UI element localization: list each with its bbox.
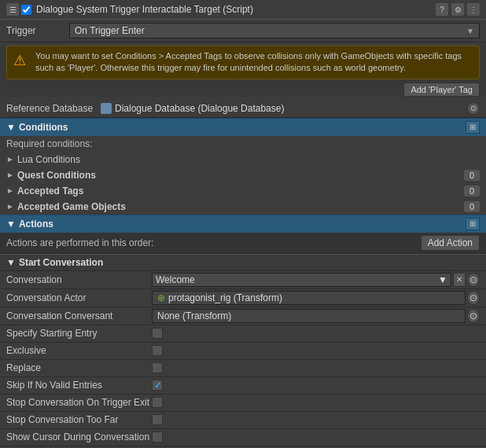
checkbox-3[interactable] bbox=[152, 328, 163, 339]
trigger-dropdown-arrow: ▼ bbox=[466, 27, 474, 35]
actions-expand-button[interactable]: ⊞ bbox=[466, 218, 480, 230]
actor-transform-value: protagonist_rig (Transform) bbox=[168, 292, 282, 303]
help-icon[interactable]: ? bbox=[436, 3, 448, 16]
quest-conditions-toggle[interactable]: ► bbox=[6, 171, 14, 179]
checkbox-value-6 bbox=[152, 380, 480, 391]
actions-title: ▼ Actions bbox=[6, 218, 53, 230]
checkbox-5[interactable] bbox=[152, 362, 163, 373]
settings-icon[interactable]: ⚙ bbox=[451, 3, 464, 16]
trigger-value: On Trigger Enter bbox=[75, 25, 145, 36]
checkbox-label-6: Skip If No Valid Entries bbox=[6, 380, 152, 391]
checkbox-9[interactable] bbox=[152, 431, 163, 442]
actions-toggle-arrow: ▼ bbox=[6, 218, 16, 230]
checkbox-label-4: Exclusive bbox=[6, 345, 152, 356]
ref-db-name: Dialogue Database (Dialogue Database) bbox=[115, 103, 284, 114]
conversation-actor-label: Conversation Actor bbox=[6, 292, 152, 303]
checkbox-value-8 bbox=[152, 414, 480, 425]
add-action-button[interactable]: Add Action bbox=[421, 235, 480, 251]
checkbox-4[interactable] bbox=[152, 345, 163, 356]
accepted-objects-label: Accepted Game Objects bbox=[17, 201, 464, 212]
checkbox-value-7 bbox=[152, 397, 480, 408]
checkbox-value-4 bbox=[152, 345, 480, 356]
conv-checkbox-row-8: Stop Conversation Too Far bbox=[0, 412, 486, 429]
accepted-tags-row: ► Accepted Tags 0 bbox=[0, 183, 486, 199]
window-title: Dialogue System Trigger Interactable Tar… bbox=[36, 4, 431, 15]
accepted-objects-count: 0 bbox=[464, 201, 480, 212]
quest-conditions-label: Quest Conditions bbox=[17, 170, 464, 181]
accepted-tags-label: Accepted Tags bbox=[17, 185, 464, 196]
conversation-conversant-value: None (Transform) ⊙ bbox=[152, 309, 480, 323]
actor-circle-button[interactable]: ⊙ bbox=[467, 291, 480, 305]
warning-box: ⚠ You may want to set Conditions > Accep… bbox=[6, 46, 480, 79]
ref-db-label: Reference Database bbox=[6, 103, 101, 114]
checkbox-label-5: Replace bbox=[6, 362, 152, 373]
conv-checkbox-row-3: Specify Starting Entry bbox=[0, 325, 486, 343]
conversation-actor-row: Conversation Actor ⊕ protagonist_rig (Tr… bbox=[0, 289, 486, 307]
checkbox-label-3: Specify Starting Entry bbox=[6, 328, 152, 339]
trigger-label: Trigger bbox=[6, 25, 69, 36]
conversation-conversant-row: Conversation Conversant None (Transform)… bbox=[0, 307, 486, 325]
conv-checkbox-row-4: Exclusive bbox=[0, 343, 486, 360]
add-player-tag-button[interactable]: Add 'Player' Tag bbox=[403, 83, 480, 97]
accepted-game-objects-row: ► Accepted Game Objects 0 bbox=[0, 199, 486, 215]
start-conversation-header: ▼ Start Conversation bbox=[0, 254, 486, 271]
menu-icon[interactable]: ☰ bbox=[6, 3, 19, 16]
conversation-fields: Conversation Welcome ▼ ✕ ⊙ Conversation … bbox=[0, 271, 486, 325]
conversation-actor-field[interactable]: ⊕ protagonist_rig (Transform) bbox=[152, 291, 466, 305]
lua-conditions-toggle[interactable]: ► bbox=[6, 155, 14, 163]
conditions-title: ▼ Conditions bbox=[6, 122, 68, 133]
conversation-label: Conversation bbox=[6, 274, 152, 285]
conversation-field-value: Welcome ▼ ✕ ⊙ bbox=[152, 273, 480, 287]
conversation-circle-button[interactable]: ⊙ bbox=[467, 273, 480, 287]
actions-order-label: Actions are performed in this order: bbox=[6, 237, 153, 248]
title-bar-controls: ? ⚙ ⋮ bbox=[436, 3, 480, 16]
warning-icon: ⚠ bbox=[13, 52, 29, 69]
conversant-circle-button[interactable]: ⊙ bbox=[467, 309, 480, 323]
quest-conditions-count: 0 bbox=[464, 170, 480, 181]
conversation-value: Welcome bbox=[156, 274, 195, 285]
conversation-actor-value: ⊕ protagonist_rig (Transform) ⊙ bbox=[152, 291, 480, 305]
actor-transform-icon: ⊕ bbox=[157, 292, 165, 303]
trigger-row: Trigger On Trigger Enter ▼ bbox=[0, 20, 486, 42]
checkbox-6[interactable] bbox=[152, 380, 163, 391]
title-bar: ☰ Dialogue System Trigger Interactable T… bbox=[0, 0, 486, 20]
conv-checkbox-row-7: Stop Conversation On Trigger Exit bbox=[0, 395, 486, 412]
conditions-expand-button[interactable]: ⊞ bbox=[466, 121, 480, 134]
lua-conditions-label: Lua Conditions bbox=[17, 154, 480, 165]
reference-db-row: Reference Database Dialogue Database (Di… bbox=[0, 100, 486, 118]
checkbox-8[interactable] bbox=[152, 414, 163, 425]
conv-checkbox-row-6: Skip If No Valid Entries bbox=[0, 377, 486, 395]
trigger-dropdown[interactable]: On Trigger Enter ▼ bbox=[69, 23, 480, 39]
conversant-transform-value: None (Transform) bbox=[157, 310, 231, 321]
conversation-x-button[interactable]: ✕ bbox=[453, 273, 466, 287]
checkbox-fields: Specify Starting EntryExclusiveReplaceSk… bbox=[0, 325, 486, 448]
start-conv-toggle[interactable]: ▼ bbox=[6, 257, 16, 268]
conversation-dropdown-arrow: ▼ bbox=[438, 274, 447, 285]
accepted-objects-toggle[interactable]: ► bbox=[6, 202, 14, 211]
accepted-tags-toggle[interactable]: ► bbox=[6, 186, 14, 195]
conversation-conversant-label: Conversation Conversant bbox=[6, 310, 152, 321]
warning-text: You may want to set Conditions > Accepte… bbox=[35, 50, 473, 75]
lua-conditions-row: ► Lua Conditions bbox=[0, 152, 486, 167]
actions-label-row: Actions are performed in this order: Add… bbox=[0, 233, 486, 254]
quest-conditions-row: ► Quest Conditions 0 bbox=[0, 167, 486, 183]
ref-db-link-button[interactable]: ⊙ bbox=[467, 102, 480, 115]
overflow-icon[interactable]: ⋮ bbox=[467, 3, 480, 16]
conversation-conversant-field[interactable]: None (Transform) bbox=[152, 309, 466, 323]
checkbox-label-8: Stop Conversation Too Far bbox=[6, 414, 152, 425]
conditions-section-header[interactable]: ▼ Conditions ⊞ bbox=[0, 118, 486, 136]
title-bar-icons: ☰ bbox=[6, 3, 31, 16]
conv-checkbox-row-9: Show Cursor During Conversation bbox=[0, 429, 486, 446]
conv-checkbox-row-5: Replace bbox=[0, 360, 486, 377]
checkbox-7[interactable] bbox=[152, 397, 163, 408]
conversation-dropdown[interactable]: Welcome ▼ bbox=[152, 273, 451, 287]
accepted-tags-count: 0 bbox=[464, 185, 480, 196]
required-conditions-label: Required conditions: bbox=[0, 136, 486, 152]
script-enabled-checkbox[interactable] bbox=[21, 5, 31, 15]
actions-section-header[interactable]: ▼ Actions ⊞ bbox=[0, 215, 486, 233]
checkbox-value-3 bbox=[152, 328, 480, 339]
checkbox-value-9 bbox=[152, 431, 480, 442]
database-icon bbox=[101, 103, 112, 114]
ref-db-value: Dialogue Database (Dialogue Database) bbox=[101, 103, 467, 114]
checkbox-label-9: Show Cursor During Conversation bbox=[6, 431, 152, 442]
